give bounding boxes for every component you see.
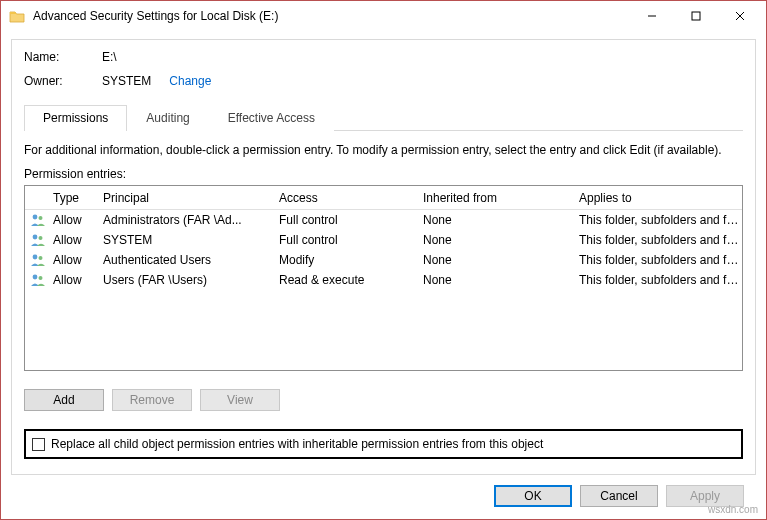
tab-permissions[interactable]: Permissions <box>24 105 127 131</box>
tab-auditing[interactable]: Auditing <box>127 105 208 131</box>
view-button[interactable]: View <box>200 389 280 411</box>
cell-applies: This folder, subfolders and files <box>577 253 742 267</box>
minimize-button[interactable] <box>630 2 674 30</box>
replace-inheritance-checkbox[interactable] <box>32 438 45 451</box>
owner-label: Owner: <box>24 74 102 88</box>
ok-button[interactable]: OK <box>494 485 572 507</box>
col-principal[interactable]: Principal <box>101 191 277 205</box>
col-applies[interactable]: Applies to <box>577 191 742 205</box>
dialog-footer: OK Cancel Apply <box>11 475 756 507</box>
owner-row: Owner: SYSTEM Change <box>24 74 743 88</box>
replace-inheritance-row: Replace all child object permission entr… <box>24 429 743 459</box>
cell-access: Full control <box>277 213 421 227</box>
table-row[interactable]: AllowUsers (FAR \Users)Read & executeNon… <box>25 270 742 290</box>
permissions-grid[interactable]: Type Principal Access Inherited from App… <box>24 185 743 371</box>
svg-point-11 <box>39 276 43 280</box>
name-value: E:\ <box>102 50 117 64</box>
cell-inherited: None <box>421 213 577 227</box>
svg-point-9 <box>39 256 43 260</box>
col-type[interactable]: Type <box>51 191 101 205</box>
titlebar: Advanced Security Settings for Local Dis… <box>1 1 766 31</box>
cell-type: Allow <box>51 273 101 287</box>
owner-value: SYSTEM <box>102 74 151 88</box>
name-row: Name: E:\ <box>24 50 743 64</box>
add-button[interactable]: Add <box>24 389 104 411</box>
cell-applies: This folder, subfolders and files <box>577 213 742 227</box>
cell-inherited: None <box>421 253 577 267</box>
cell-type: Allow <box>51 213 101 227</box>
name-label: Name: <box>24 50 102 64</box>
table-row[interactable]: AllowAuthenticated UsersModifyNoneThis f… <box>25 250 742 270</box>
table-row[interactable]: AllowAdministrators (FAR \Ad...Full cont… <box>25 210 742 230</box>
cell-applies: This folder, subfolders and files <box>577 233 742 247</box>
cell-type: Allow <box>51 233 101 247</box>
svg-point-4 <box>33 215 38 220</box>
group-icon <box>25 273 51 287</box>
main-panel: Name: E:\ Owner: SYSTEM Change Permissio… <box>11 39 756 475</box>
grid-buttons: Add Remove View <box>24 389 743 411</box>
col-access[interactable]: Access <box>277 191 421 205</box>
cell-principal: Users (FAR \Users) <box>101 273 277 287</box>
svg-point-10 <box>33 275 38 280</box>
entries-label: Permission entries: <box>24 167 743 181</box>
replace-inheritance-label: Replace all child object permission entr… <box>51 437 543 451</box>
svg-point-7 <box>39 236 43 240</box>
grid-header: Type Principal Access Inherited from App… <box>25 186 742 210</box>
cell-access: Modify <box>277 253 421 267</box>
table-row[interactable]: AllowSYSTEMFull controlNoneThis folder, … <box>25 230 742 250</box>
cell-principal: SYSTEM <box>101 233 277 247</box>
cell-applies: This folder, subfolders and files <box>577 273 742 287</box>
cell-access: Read & execute <box>277 273 421 287</box>
cell-inherited: None <box>421 233 577 247</box>
svg-point-6 <box>33 235 38 240</box>
remove-button[interactable]: Remove <box>112 389 192 411</box>
svg-rect-1 <box>692 12 700 20</box>
maximize-button[interactable] <box>674 2 718 30</box>
group-icon <box>25 233 51 247</box>
cell-access: Full control <box>277 233 421 247</box>
window-title: Advanced Security Settings for Local Dis… <box>33 9 630 23</box>
cancel-button[interactable]: Cancel <box>580 485 658 507</box>
group-icon <box>25 253 51 267</box>
tab-strip: Permissions Auditing Effective Access <box>24 104 743 131</box>
cell-type: Allow <box>51 253 101 267</box>
tab-effective-access[interactable]: Effective Access <box>209 105 334 131</box>
dialog-window: Advanced Security Settings for Local Dis… <box>0 0 767 520</box>
col-inherited[interactable]: Inherited from <box>421 191 577 205</box>
svg-point-5 <box>39 216 43 220</box>
cell-principal: Administrators (FAR \Ad... <box>101 213 277 227</box>
svg-point-8 <box>33 255 38 260</box>
hint-text: For additional information, double-click… <box>24 143 743 157</box>
cell-inherited: None <box>421 273 577 287</box>
close-button[interactable] <box>718 2 762 30</box>
window-controls <box>630 2 762 30</box>
change-owner-link[interactable]: Change <box>169 74 211 88</box>
folder-icon <box>9 9 25 23</box>
watermark: wsxdn.com <box>708 504 758 515</box>
group-icon <box>25 213 51 227</box>
cell-principal: Authenticated Users <box>101 253 277 267</box>
